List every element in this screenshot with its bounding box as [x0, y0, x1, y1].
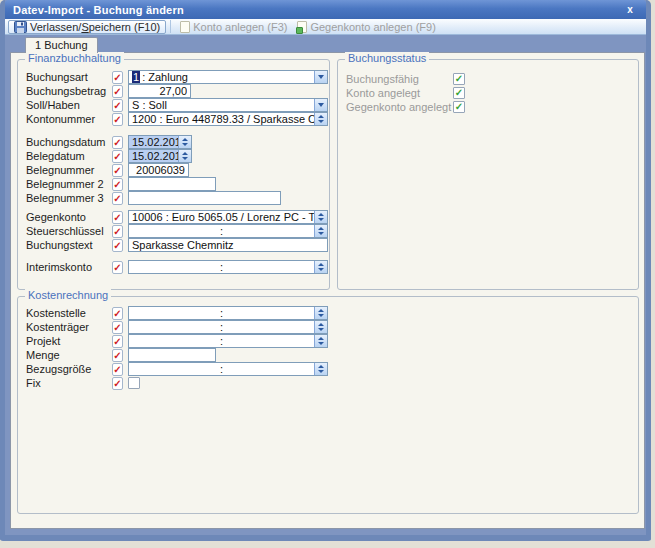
- apply-check-icon[interactable]: ✓: [112, 211, 123, 224]
- konto-angelegt-checkbox[interactable]: ✓: [453, 87, 465, 99]
- belegnummer2-input[interactable]: [128, 177, 216, 191]
- soll-haben-label: Soll/Haben: [26, 99, 112, 111]
- dropdown-arrow-icon[interactable]: [314, 99, 327, 111]
- apply-check-icon[interactable]: ✓: [112, 99, 123, 112]
- spinner-icon[interactable]: [314, 225, 327, 237]
- gegenkonto-angelegt-checkbox[interactable]: ✓: [453, 101, 465, 113]
- close-icon[interactable]: x: [622, 3, 638, 17]
- belegdatum-label: Belegdatum: [26, 150, 112, 162]
- apply-check-icon[interactable]: ✓: [112, 349, 123, 362]
- apply-check-icon[interactable]: ✓: [112, 377, 123, 390]
- projekt-spinner[interactable]: :: [128, 334, 328, 348]
- fix-checkbox[interactable]: [128, 377, 140, 389]
- spinner-icon[interactable]: [314, 113, 327, 125]
- main-area: 1 Buchung Finanzbuchhaltung Buchungsart …: [5, 36, 646, 535]
- save-exit-button[interactable]: Verlassen/Speichern (F10): [8, 20, 166, 34]
- apply-check-icon[interactable]: ✓: [112, 225, 123, 238]
- apply-check-icon[interactable]: ✓: [112, 178, 123, 191]
- spinner-icon[interactable]: [314, 363, 327, 375]
- kostenstelle-label: Kostenstelle: [26, 307, 112, 319]
- row-kostenstelle: Kostenstelle ✓ :: [26, 306, 638, 320]
- row-gegenkonto: Gegenkonto ✓ 10006 : Euro 5065.05 / Lore…: [26, 210, 329, 224]
- spinner-icon[interactable]: [314, 211, 327, 223]
- new-contra-account-icon: [297, 21, 307, 33]
- spinner-icon[interactable]: [314, 307, 327, 319]
- soll-haben-dropdown[interactable]: S : Soll: [128, 98, 328, 112]
- gegenkonto-spinner[interactable]: 10006 : Euro 5065.05 / Lorenz PC - Techn…: [128, 210, 328, 224]
- projekt-label: Projekt: [26, 335, 112, 347]
- row-interimskonto: Interimskonto ✓ :: [26, 260, 329, 274]
- kontonummer-label: Kontonummer: [26, 113, 112, 125]
- buchungsbetrag-label: Buchungsbetrag: [26, 85, 112, 97]
- kostentraeger-value: :: [129, 321, 314, 333]
- kostenstelle-spinner[interactable]: :: [128, 306, 328, 320]
- apply-check-icon[interactable]: ✓: [112, 136, 123, 149]
- bezugsgroesse-spinner[interactable]: :: [128, 362, 328, 376]
- apply-check-icon[interactable]: ✓: [112, 85, 123, 98]
- bezugsgroesse-value: :: [129, 363, 314, 375]
- row-steuerschluessel: Steuerschlüssel ✓ :: [26, 224, 329, 238]
- spinner-icon[interactable]: [314, 261, 327, 273]
- belegnummer-label: Belegnummer: [26, 164, 112, 176]
- row-belegnummer2: Belegnummer 2 ✓: [26, 177, 329, 191]
- apply-check-icon[interactable]: ✓: [112, 239, 123, 252]
- buchungsfaehig-label: Buchungsfähig: [346, 73, 453, 85]
- buchungstext-input[interactable]: [128, 238, 328, 252]
- steuerschluessel-spinner[interactable]: :: [128, 224, 328, 238]
- row-belegnummer: Belegnummer ✓: [26, 163, 329, 177]
- belegnummer-input[interactable]: [128, 163, 189, 177]
- konto-angelegt-label: Konto angelegt: [346, 87, 453, 99]
- row-belegdatum: Belegdatum ✓ 15.02.2010 /Mo: [26, 149, 329, 163]
- create-account-button: Konto anlegen (F3): [175, 20, 292, 34]
- kontonummer-value: 1200 : Euro 448789.33 / Sparkasse Chemni…: [129, 113, 314, 125]
- window-title: Datev-Import - Buchung ändern: [13, 4, 622, 16]
- apply-check-icon[interactable]: ✓: [112, 261, 123, 274]
- steuerschluessel-label: Steuerschlüssel: [26, 225, 112, 237]
- new-account-icon: [180, 21, 190, 33]
- group-title-finanzbuchhaltung: Finanzbuchhaltung: [25, 52, 124, 64]
- interimskonto-spinner[interactable]: :: [128, 260, 328, 274]
- buchungsdatum-spinner[interactable]: 15.02.2010 /Mo: [128, 135, 192, 149]
- apply-check-icon[interactable]: ✓: [112, 71, 123, 84]
- row-gegenkonto-angelegt: Gegenkonto angelegt ✓: [346, 100, 638, 114]
- apply-check-icon[interactable]: ✓: [112, 335, 123, 348]
- apply-check-icon[interactable]: ✓: [112, 150, 123, 163]
- row-kontonummer: Kontonummer ✓ 1200 : Euro 448789.33 / Sp…: [26, 112, 329, 126]
- belegdatum-spinner[interactable]: 15.02.2010 /Mo: [128, 149, 192, 163]
- row-bezugsgroesse: Bezugsgröße ✓ :: [26, 362, 638, 376]
- spinner-icon[interactable]: [178, 136, 191, 148]
- soll-haben-value: S : Soll: [129, 99, 314, 111]
- create-contra-account-button: Gegenkonto anlegen (F9): [292, 20, 440, 34]
- spinner-icon[interactable]: [178, 150, 191, 162]
- spinner-icon[interactable]: [314, 335, 327, 347]
- kostentraeger-label: Kostenträger: [26, 321, 112, 333]
- apply-check-icon[interactable]: ✓: [112, 192, 123, 205]
- row-fix: Fix ✓: [26, 376, 638, 390]
- tab-1-buchung[interactable]: 1 Buchung: [25, 37, 98, 53]
- buchungsbetrag-input[interactable]: [128, 84, 191, 98]
- row-soll-haben: Soll/Haben ✓ S : Soll: [26, 98, 329, 112]
- interimskonto-label: Interimskonto: [26, 261, 112, 273]
- apply-check-icon[interactable]: ✓: [112, 164, 123, 177]
- apply-check-icon[interactable]: ✓: [112, 113, 123, 126]
- group-buchungsstatus: Buchungsstatus Buchungsfähig ✓ Konto ang…: [337, 59, 639, 290]
- row-projekt: Projekt ✓ :: [26, 334, 638, 348]
- buchungsart-label: Buchungsart: [26, 71, 112, 83]
- apply-check-icon[interactable]: ✓: [112, 321, 123, 334]
- buchungsfaehig-checkbox[interactable]: ✓: [453, 73, 465, 85]
- row-kostentraeger: Kostenträger ✓ :: [26, 320, 638, 334]
- spinner-icon[interactable]: [314, 321, 327, 333]
- gegenkonto-value: 10006 : Euro 5065.05 / Lorenz PC - Techn…: [129, 211, 314, 223]
- buchungsart-dropdown[interactable]: 1: Zahlung: [128, 70, 328, 84]
- row-buchungsart: Buchungsart ✓ 1: Zahlung: [26, 70, 329, 84]
- kontonummer-spinner[interactable]: 1200 : Euro 448789.33 / Sparkasse Chemni…: [128, 112, 328, 126]
- belegnummer2-label: Belegnummer 2: [26, 178, 112, 190]
- dropdown-arrow-icon[interactable]: [314, 71, 327, 83]
- buchungstext-label: Buchungstext: [26, 239, 112, 251]
- belegnummer3-input[interactable]: [128, 191, 281, 205]
- menge-input[interactable]: [128, 348, 216, 362]
- apply-check-icon[interactable]: ✓: [112, 363, 123, 376]
- kostentraeger-spinner[interactable]: :: [128, 320, 328, 334]
- belegdatum-value: 15.02.2010 /Mo: [129, 150, 178, 162]
- apply-check-icon[interactable]: ✓: [112, 307, 123, 320]
